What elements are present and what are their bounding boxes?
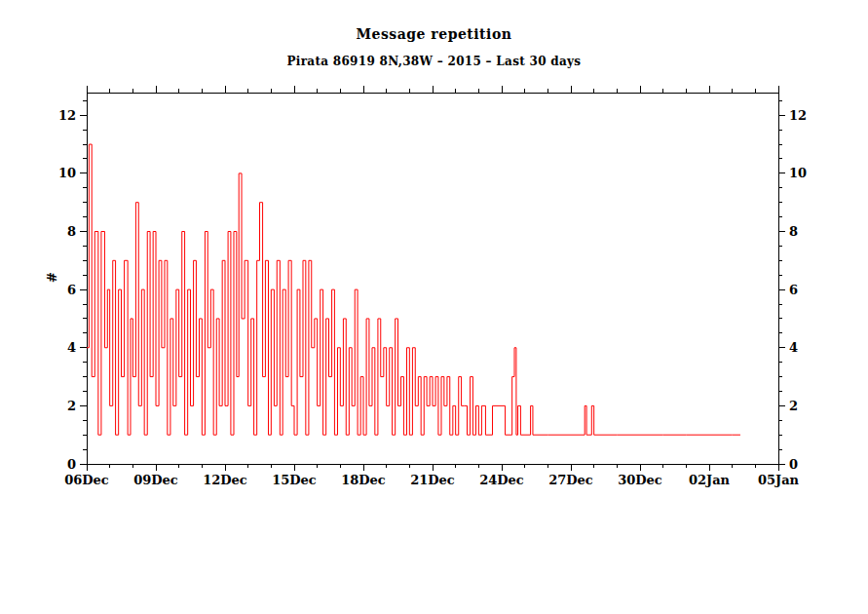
tick-label: 0	[789, 457, 798, 472]
tick-label: 12Dec	[203, 473, 247, 487]
tick-label: 10	[789, 166, 807, 180]
tick-label: 2	[789, 399, 798, 413]
tick-label: 4	[67, 340, 76, 355]
tick-label: 8	[67, 224, 76, 239]
tick-label: 0	[67, 457, 76, 472]
tick-label: 6	[67, 283, 76, 297]
plot-border	[87, 93, 778, 464]
tick-label: 06Dec	[64, 473, 109, 487]
data-series-line	[87, 144, 740, 435]
tick-label: 05Jan	[758, 473, 800, 487]
tick-label: 30Dec	[618, 473, 662, 487]
tick-label: 02Jan	[689, 473, 731, 487]
tick-label: 12	[789, 108, 807, 123]
tick-label: 4	[789, 340, 798, 355]
tick-label: 24Dec	[479, 473, 524, 487]
chart-plot-area: 06Dec09Dec12Dec15Dec18Dec21Dec24Dec27Dec…	[0, 0, 868, 614]
tick-label: 12	[58, 108, 76, 123]
tick-label: 10	[58, 166, 76, 180]
tick-label: 15Dec	[272, 473, 317, 487]
tick-label: 27Dec	[548, 473, 593, 487]
tick-label: 8	[789, 224, 798, 239]
tick-label: 6	[789, 283, 798, 297]
tick-label: 09Dec	[133, 473, 178, 487]
tick-label: 21Dec	[410, 473, 455, 487]
tick-label: 18Dec	[341, 473, 386, 487]
tick-label: 2	[67, 399, 76, 413]
